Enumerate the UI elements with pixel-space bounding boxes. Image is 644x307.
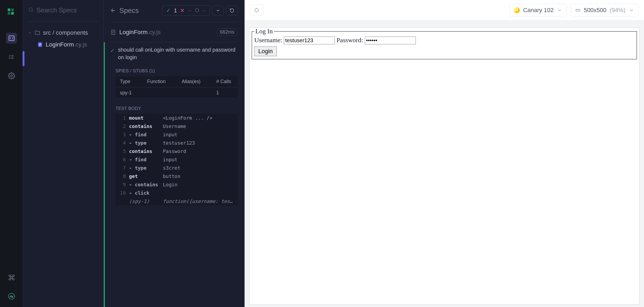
command-row[interactable]: 10- click	[116, 189, 238, 197]
test-title-row[interactable]: ✓ should call onLogin with username and …	[110, 42, 238, 65]
cmd-arg: input	[163, 132, 235, 137]
cmd-name: - find	[129, 132, 161, 137]
cmd-name: (spy-1)	[129, 198, 161, 204]
username-label: Username:	[254, 37, 282, 44]
aut-panel: Canary 102 500x500 (94%) Log In Username…	[245, 0, 644, 307]
command-row[interactable]: 2containsUsername	[116, 122, 238, 130]
command-row[interactable]: 1mount<LoginForm ... />	[116, 114, 238, 122]
th-alias: Alias(es)	[182, 79, 216, 84]
cypress-logo-icon	[7, 8, 16, 17]
username-input[interactable]	[284, 37, 335, 44]
spec-file-icon	[37, 42, 43, 48]
back-arrow-icon	[110, 8, 116, 13]
aut-stage: Log In Username: Password: Login	[245, 21, 644, 307]
svg-rect-2	[8, 12, 10, 15]
nav-keyboard-shortcuts[interactable]	[6, 272, 17, 283]
reporter-panel: Specs ✓ 1 ✕ -- -- LoginForm.cy.	[104, 0, 245, 307]
cmd-arg: function({username: testuser123…	[163, 198, 235, 204]
cmd-name: contains	[129, 123, 161, 129]
nav-runs[interactable]	[6, 52, 17, 62]
cmd-arg: input	[163, 157, 235, 162]
spies-table: Type Function Alias(es) # Calls spy-11	[116, 76, 238, 99]
file-ext: .cy.js	[74, 41, 87, 48]
nav-specs[interactable]	[6, 33, 17, 44]
cypress-badge-icon[interactable]: cy	[6, 291, 17, 302]
spies-section-label: SPIES / STUBS (1)	[110, 65, 238, 76]
cmd-name: - contains	[129, 182, 161, 187]
nav-settings[interactable]	[6, 70, 17, 81]
x-icon: ✕	[180, 7, 185, 14]
nav-active-indicator	[23, 51, 24, 66]
cell-calls: 1	[216, 90, 234, 96]
svg-text:cy: cy	[10, 295, 13, 298]
command-row[interactable]: 9- containsLogin	[116, 180, 238, 189]
login-button[interactable]: Login	[254, 47, 277, 56]
crosshair-icon	[254, 8, 259, 13]
expand-collapse-button[interactable]	[212, 6, 224, 15]
svg-point-15	[255, 8, 258, 12]
password-label: Password:	[337, 37, 363, 44]
browser-selector[interactable]: Canary 102	[509, 4, 567, 17]
viewport-selector[interactable]: 500x500 (94%)	[571, 4, 639, 17]
command-row[interactable]: 5containsPassword	[116, 147, 238, 155]
svg-point-6	[9, 57, 9, 57]
cmd-arg: Username	[163, 123, 235, 129]
pending-icon	[195, 8, 199, 14]
document-icon	[110, 29, 116, 35]
svg-point-8	[10, 75, 12, 77]
svg-rect-3	[11, 12, 14, 15]
scale-label: (94%)	[610, 7, 625, 14]
tree-file[interactable]: LoginForm.cy.js	[26, 38, 100, 51]
command-row[interactable]: 6- findinput	[116, 155, 238, 164]
login-fieldset: Log In Username: Password: Login	[252, 28, 637, 59]
cmd-name: get	[129, 173, 161, 179]
svg-point-7	[9, 58, 9, 59]
aut-iframe: Log In Username: Password: Login	[249, 28, 639, 304]
failed-count: --	[188, 8, 191, 14]
command-row[interactable]: 4- typetestuser123	[116, 139, 238, 147]
cmd-number: 2	[118, 123, 127, 129]
file-name: LoginForm	[46, 41, 74, 48]
cmd-arg: Password	[163, 148, 235, 154]
cmd-name: - click	[129, 190, 161, 196]
command-row[interactable]: (spy-1)function({username: testuser123…	[116, 197, 238, 205]
th-calls: # Calls	[216, 79, 234, 84]
command-row[interactable]: 3- findinput	[116, 130, 238, 139]
search-icon	[28, 7, 34, 14]
svg-rect-1	[11, 9, 14, 11]
cmd-arg: button	[163, 173, 235, 179]
cmd-number: 10	[118, 190, 127, 196]
th-func: Function	[147, 79, 182, 84]
cmd-name: mount	[129, 115, 161, 121]
svg-point-11	[29, 8, 33, 11]
selector-playground-button[interactable]	[250, 5, 263, 16]
cmd-number: 8	[118, 173, 127, 179]
cmd-number: 7	[118, 165, 127, 171]
svg-point-13	[195, 9, 199, 12]
check-icon: ✓	[110, 47, 115, 54]
folder-icon	[34, 30, 40, 36]
cmd-name: - find	[129, 157, 161, 162]
cmd-number: 5	[118, 148, 127, 154]
rerun-button[interactable]	[226, 6, 238, 15]
spec-title: LoginForm.cy.js	[110, 29, 161, 36]
cell-type: spy-1	[120, 90, 147, 96]
check-icon: ✓	[166, 7, 171, 14]
spec-list-panel: src / components LoginForm.cy.js	[23, 0, 104, 307]
cell-func	[147, 90, 182, 96]
password-input[interactable]	[365, 37, 416, 44]
command-row[interactable]: 8getbutton	[116, 172, 238, 180]
command-row[interactable]: 7- types3cret	[116, 164, 238, 172]
pending-count: --	[202, 8, 206, 14]
table-row[interactable]: spy-11	[116, 87, 238, 99]
browser-label: Canary 102	[523, 7, 554, 14]
test-stats: ✓ 1 ✕ -- --	[162, 5, 210, 16]
specs-breadcrumb[interactable]: Specs	[110, 6, 139, 15]
tree-folder[interactable]: src / components	[26, 27, 100, 38]
ruler-icon	[575, 8, 581, 13]
chevron-down-icon	[629, 8, 634, 13]
cmd-number: 9	[118, 182, 127, 187]
chevron-down-icon	[28, 31, 32, 35]
test-title: should call onLogin with username and pa…	[118, 46, 238, 61]
cmd-number: 4	[118, 140, 127, 146]
